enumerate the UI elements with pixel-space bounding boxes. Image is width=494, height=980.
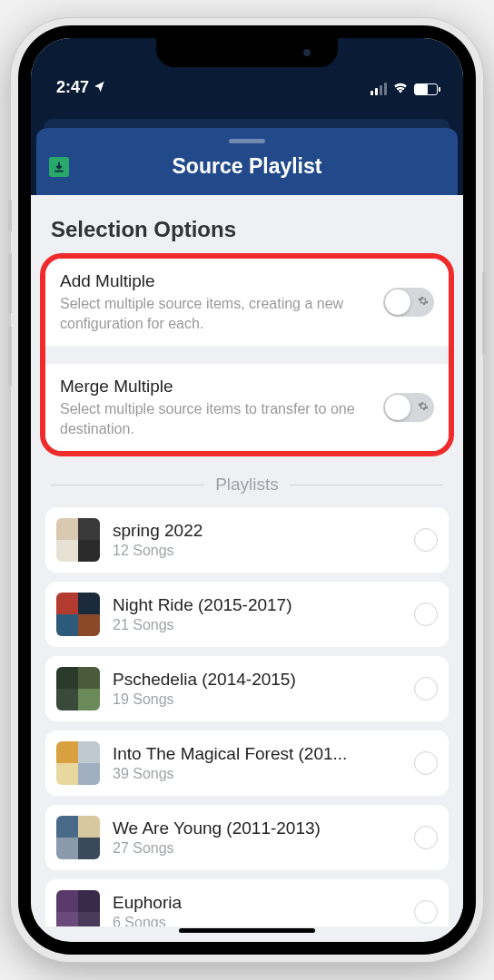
option-title: Add Multiple — [60, 271, 372, 291]
option-description: Select multiple source items, creating a… — [60, 294, 372, 333]
merge-multiple-toggle[interactable] — [383, 393, 434, 422]
playlist-artwork — [56, 741, 100, 785]
playlist-subtitle: 27 Songs — [113, 840, 401, 857]
playlist-title: We Are Young (2011-2013) — [113, 818, 401, 838]
playlist-radio[interactable] — [414, 826, 438, 849]
playlist-radio[interactable] — [414, 900, 438, 924]
playlist-item[interactable]: We Are Young (2011-2013)27 Songs — [45, 805, 449, 870]
gear-icon — [418, 401, 429, 415]
option-add-multiple: Add Multiple Select multiple source item… — [45, 259, 449, 346]
playlist-subtitle: 12 Songs — [113, 543, 401, 559]
playlist-artwork — [56, 593, 100, 636]
playlist-title: Night Ride (2015-2017) — [113, 595, 401, 615]
playlist-item[interactable]: spring 202212 Songs — [45, 507, 449, 573]
playlist-artwork — [56, 667, 100, 710]
cellular-icon — [370, 83, 387, 95]
drag-handle[interactable] — [229, 139, 265, 143]
playlist-item[interactable]: Into The Magical Forest (201...39 Songs — [45, 730, 449, 796]
screen: 2:47 — [31, 38, 463, 942]
battery-icon — [414, 83, 438, 95]
playlist-radio[interactable] — [414, 528, 438, 552]
playlist-title: Into The Magical Forest (201... — [113, 744, 401, 764]
playlist-subtitle: 19 Songs — [113, 691, 401, 708]
home-indicator[interactable] — [179, 928, 315, 933]
playlist-list[interactable]: spring 202212 SongsNight Ride (2015-2017… — [31, 507, 463, 926]
playlist-item[interactable]: Night Ride (2015-2017)21 Songs — [45, 582, 449, 647]
background-sheet — [44, 119, 450, 128]
phone-frame: 2:47 — [11, 18, 483, 962]
playlist-subtitle: 6 Songs — [113, 915, 401, 926]
download-icon[interactable] — [49, 157, 69, 177]
wifi-icon — [392, 81, 409, 97]
status-time: 2:47 — [56, 78, 89, 97]
playlist-subtitle: 21 Songs — [113, 617, 401, 633]
gear-icon — [418, 296, 429, 309]
section-title: Selection Options — [31, 211, 463, 253]
volume-up-button — [8, 254, 12, 313]
playlist-title: spring 2022 — [113, 521, 401, 541]
mute-switch — [8, 200, 12, 231]
content-area: Selection Options Add Multiple Select mu… — [31, 195, 463, 926]
camera-dot — [303, 49, 311, 56]
playlist-title: Pschedelia (2014-2015) — [113, 670, 401, 690]
playlist-radio[interactable] — [414, 751, 438, 775]
playlist-title: Euphoria — [113, 893, 401, 913]
volume-down-button — [8, 327, 12, 386]
background-sheets: Source Playlist — [31, 106, 463, 195]
playlist-radio[interactable] — [414, 677, 438, 701]
playlist-artwork — [56, 890, 100, 926]
page-title: Source Playlist — [173, 154, 322, 179]
option-merge-multiple: Merge Multiple Select multiple source it… — [45, 364, 449, 451]
option-description: Select multiple source items to transfer… — [60, 399, 372, 438]
playlist-item[interactable]: Pschedelia (2014-2015)19 Songs — [45, 656, 449, 721]
playlist-subtitle: 39 Songs — [113, 766, 401, 782]
highlighted-options: Add Multiple Select multiple source item… — [40, 253, 454, 456]
location-icon — [94, 78, 106, 97]
notch — [156, 38, 338, 67]
playlist-artwork — [56, 816, 100, 859]
option-title: Merge Multiple — [60, 377, 372, 397]
playlists-divider: Playlists — [51, 475, 443, 495]
phone-bezel: 2:47 — [18, 25, 476, 955]
playlist-item[interactable]: Euphoria6 Songs — [45, 879, 449, 926]
playlists-header: Playlists — [215, 475, 279, 495]
playlist-artwork — [56, 518, 100, 562]
add-multiple-toggle[interactable] — [383, 288, 434, 317]
playlist-radio[interactable] — [414, 603, 438, 626]
modal-header: Source Playlist — [36, 128, 458, 195]
power-button — [482, 272, 486, 354]
